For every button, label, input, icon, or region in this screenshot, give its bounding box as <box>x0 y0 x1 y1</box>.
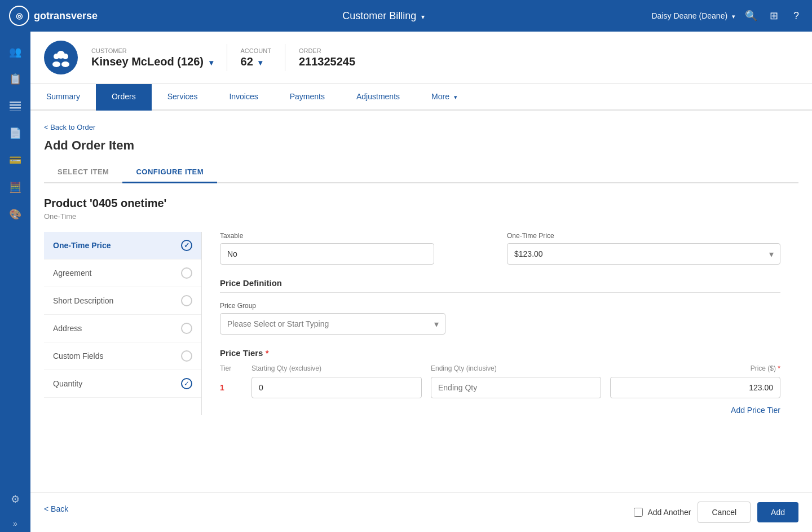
sidebar-item-customers[interactable]: 👥 <box>4 41 27 63</box>
add-price-tier-link[interactable]: Add Price Tier <box>731 406 780 415</box>
order-label: ORDER <box>299 47 355 54</box>
config-nav-quantity[interactable]: Quantity ✓ <box>44 370 201 398</box>
sub-tab-select-item[interactable]: SELECT ITEM <box>44 162 122 183</box>
bottom-left: < Back <box>44 504 68 520</box>
account-value[interactable]: 62 ▾ <box>241 55 271 68</box>
add-another-label: Add Another <box>647 508 691 517</box>
tier-col-header-tier: Tier <box>220 364 242 372</box>
price-group-input[interactable] <box>220 313 445 335</box>
svg-point-7 <box>54 54 59 59</box>
sidebar-item-calculator[interactable]: 🧮 <box>4 176 27 199</box>
title-caret-icon: ▾ <box>421 13 425 21</box>
help-icon[interactable]: ? <box>789 9 803 23</box>
taxable-label: Taxable <box>220 232 493 240</box>
back-to-order-link[interactable]: < Back to Order <box>44 123 95 131</box>
svg-rect-3 <box>10 110 21 111</box>
product-header: Product '0405 onetime' One-Time <box>44 197 798 221</box>
sidebar-item-file[interactable]: 📄 <box>4 122 27 144</box>
config-nav-address[interactable]: Address <box>44 315 201 342</box>
bottom-right: Add Another Cancel Add <box>634 502 798 523</box>
price-group-form: Price Group ▾ <box>220 302 445 335</box>
sub-tabs: SELECT ITEM CONFIGURE ITEM <box>44 162 798 183</box>
divider <box>227 44 227 71</box>
check-onetime-price: ✓ <box>181 240 192 251</box>
svg-point-6 <box>61 61 69 67</box>
tab-adjustments[interactable]: Adjustments <box>341 84 416 111</box>
taxable-input[interactable] <box>220 243 434 265</box>
svg-point-8 <box>63 54 68 59</box>
taxable-group: Taxable <box>220 232 493 265</box>
price-definition-title: Price Definition <box>220 278 780 293</box>
check-quantity: ✓ <box>181 378 192 389</box>
sidebar-item-documents[interactable]: 📋 <box>4 68 27 90</box>
config-nav-agreement[interactable]: Agreement <box>44 260 201 287</box>
config-nav-custom-fields[interactable]: Custom Fields <box>44 342 201 370</box>
sidebar-item-card[interactable]: 💳 <box>4 149 27 172</box>
content-area: CUSTOMER Kinsey McLeod (126) ▾ ACCOUNT 6… <box>30 32 812 532</box>
customer-name[interactable]: Kinsey McLeod (126) ▾ <box>91 55 213 68</box>
account-caret-icon: ▾ <box>258 58 262 67</box>
back-button-link[interactable]: < Back <box>44 504 68 513</box>
tab-services[interactable]: Services <box>152 84 214 111</box>
user-caret-icon: ▾ <box>732 13 735 20</box>
price-tiers-header: Price Tiers * <box>220 348 780 358</box>
customer-caret-icon: ▾ <box>209 58 213 67</box>
sidebar-item-list[interactable] <box>4 95 27 117</box>
tab-payments[interactable]: Payments <box>274 84 341 111</box>
svg-rect-2 <box>10 107 21 109</box>
page-content: < Back to Order Add Order Item SELECT IT… <box>30 111 812 492</box>
configure-layout: One-Time Price ✓ Agreement Short Descrip… <box>44 232 798 415</box>
order-info: ORDER 211325245 <box>299 47 355 68</box>
sidebar-expand-button[interactable]: » <box>4 515 27 532</box>
logo-text: gotransverse <box>34 10 98 22</box>
search-icon[interactable]: 🔍 <box>744 9 758 23</box>
sub-tab-configure-item[interactable]: CONFIGURE ITEM <box>122 162 217 183</box>
tier-end-input[interactable] <box>431 377 601 398</box>
check-short-description <box>181 295 192 306</box>
onetime-price-wrapper: ▾ <box>507 243 780 265</box>
config-panel: Taxable One-Time Price ▾ Price Defin <box>202 232 798 415</box>
tier-price-input[interactable] <box>610 377 780 398</box>
account-label: ACCOUNT <box>241 47 271 54</box>
cancel-button[interactable]: Cancel <box>698 502 751 523</box>
add-button[interactable]: Add <box>757 502 798 522</box>
main-layout: 👥 📋 📄 💳 🧮 🎨 ⚙ » CUSTOMER <box>0 32 812 532</box>
tier-row: 1 <box>220 377 780 398</box>
nav-right-controls: Daisy Deane (Deane) ▾ 🔍 ⊞ ? <box>651 9 803 23</box>
customer-label: CUSTOMER <box>91 47 213 54</box>
tier-number: 1 <box>220 383 242 392</box>
tier-start-input[interactable] <box>251 377 422 398</box>
onetime-price-label: One-Time Price <box>507 232 780 240</box>
config-nav: One-Time Price ✓ Agreement Short Descrip… <box>44 232 202 415</box>
account-info: ACCOUNT 62 ▾ <box>241 47 271 68</box>
check-address <box>181 323 192 334</box>
tab-orders[interactable]: Orders <box>96 84 152 111</box>
order-value: 211325245 <box>299 55 355 68</box>
tier-col-header-start: Starting Qty (exclusive) <box>251 364 422 372</box>
price-group-wrapper: ▾ <box>220 313 445 335</box>
sidebar-item-settings[interactable]: ⚙ <box>4 488 27 511</box>
tier-col-headers: Tier Starting Qty (exclusive) Ending Qty… <box>220 364 780 372</box>
config-nav-onetime-price[interactable]: One-Time Price ✓ <box>44 232 201 260</box>
onetime-price-input[interactable] <box>507 243 780 265</box>
price-tiers-section: Price Tiers * Tier Starting Qty (exclusi… <box>220 348 780 415</box>
product-subtitle: One-Time <box>44 212 798 221</box>
taxable-price-row: Taxable One-Time Price ▾ <box>220 232 780 265</box>
check-custom-fields <box>181 350 192 362</box>
app-logo[interactable]: ◎ gotransverse <box>9 6 98 26</box>
top-navigation: ◎ gotransverse Customer Billing ▾ Daisy … <box>0 0 812 32</box>
user-menu[interactable]: Daisy Deane (Deane) ▾ <box>651 11 735 20</box>
grid-icon[interactable]: ⊞ <box>767 9 780 23</box>
add-another-checkbox[interactable] <box>634 508 643 517</box>
sidebar-item-palette[interactable]: 🎨 <box>4 203 27 226</box>
onetime-price-group: One-Time Price ▾ <box>507 232 780 265</box>
price-group-label: Price Group <box>220 302 445 310</box>
add-price-tier-container: Add Price Tier <box>220 405 780 415</box>
tab-invoices[interactable]: Invoices <box>213 84 273 111</box>
app-title[interactable]: Customer Billing ▾ <box>116 10 651 22</box>
tier-col-header-price: Price ($) * <box>610 364 780 372</box>
bottom-bar: < Back Add Another Cancel Add <box>30 492 812 532</box>
tab-summary[interactable]: Summary <box>30 84 96 111</box>
tab-more[interactable]: More ▾ <box>416 84 473 111</box>
config-nav-short-description[interactable]: Short Description <box>44 287 201 315</box>
